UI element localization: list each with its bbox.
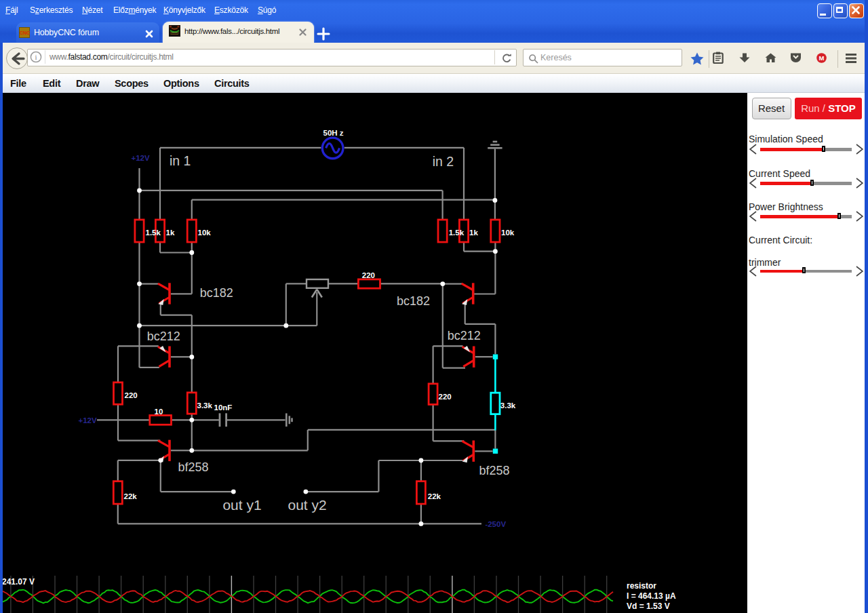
svg-text:22k: 22k <box>428 492 441 500</box>
svg-text:50H z: 50H z <box>323 129 344 137</box>
svg-text:in 2: in 2 <box>433 154 454 169</box>
svg-text:10nF: 10nF <box>214 403 233 412</box>
svg-text:+12V: +12V <box>132 154 151 162</box>
svg-text:1k: 1k <box>469 229 478 237</box>
svg-text:bc212: bc212 <box>147 330 180 343</box>
svg-text:bc182: bc182 <box>200 286 233 300</box>
svg-text:out y2: out y2 <box>288 497 327 513</box>
svg-text:bf258: bf258 <box>178 460 209 474</box>
svg-text:bc212: bc212 <box>448 329 481 342</box>
svg-text:M: M <box>819 54 825 62</box>
svg-text:220: 220 <box>362 271 375 279</box>
svg-text:+12V: +12V <box>79 416 98 424</box>
svg-text:Vd = 1.53 V: Vd = 1.53 V <box>627 601 670 611</box>
svg-text:220: 220 <box>125 391 138 399</box>
svg-text:1.5k: 1.5k <box>449 229 465 237</box>
svg-text:1.5k: 1.5k <box>146 229 161 237</box>
svg-text:1k: 1k <box>166 229 175 237</box>
svg-text:I = 464.13 µA: I = 464.13 µA <box>627 591 676 601</box>
svg-text:22k: 22k <box>124 492 138 500</box>
svg-text:241.07 V: 241.07 V <box>3 577 35 587</box>
svg-text:bc182: bc182 <box>397 294 430 308</box>
svg-text:220: 220 <box>439 393 452 401</box>
svg-text:in 1: in 1 <box>170 153 191 168</box>
svg-text:3.3k: 3.3k <box>197 401 213 410</box>
svg-text:10k: 10k <box>198 229 212 237</box>
svg-text:out y1: out y1 <box>222 497 261 513</box>
svg-text:bf258: bf258 <box>479 464 509 477</box>
svg-text:10: 10 <box>155 408 163 416</box>
svg-text:i: i <box>35 53 37 61</box>
svg-text:-250V: -250V <box>485 520 506 528</box>
svg-text:resistor: resistor <box>627 581 656 591</box>
svg-text:10k: 10k <box>501 229 515 237</box>
svg-text:3.3k: 3.3k <box>500 401 516 410</box>
